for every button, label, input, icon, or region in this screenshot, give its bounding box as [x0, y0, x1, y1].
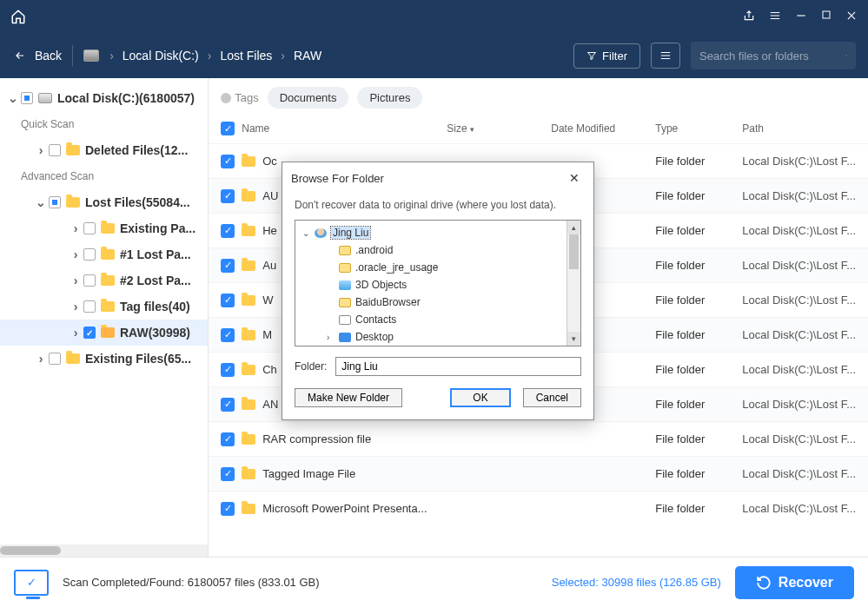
row-path: Local Disk(C:)\Lost F... [742, 432, 856, 445]
tag-documents[interactable]: Documents [268, 87, 349, 109]
search-box[interactable] [691, 42, 856, 69]
select-all-checkbox[interactable] [221, 122, 235, 135]
col-type[interactable]: Type [655, 122, 742, 135]
recover-button[interactable]: Recover [735, 566, 854, 599]
advanced-scan-group: Advanced Scan [0, 163, 208, 189]
folder-icon [101, 327, 115, 338]
dialog-title: Browse For Folder [291, 172, 384, 185]
home-icon[interactable] [10, 9, 26, 24]
dialog-tree-item[interactable]: ⌄Jing Liu [295, 224, 580, 241]
tree-item-lost1[interactable]: ›#1 Lost Pa... [0, 241, 208, 267]
root-checkbox[interactable] [21, 92, 33, 104]
row-type: File folder [655, 328, 742, 341]
cancel-button[interactable]: Cancel [523, 388, 581, 407]
row-path: Local Disk(C:)\Lost F... [742, 224, 856, 237]
row-checkbox[interactable] [221, 189, 235, 203]
make-new-folder-button[interactable]: Make New Folder [295, 388, 402, 407]
crumb-lost[interactable]: Lost Files [220, 49, 272, 63]
crumb-root[interactable]: Local Disk(C:) [123, 49, 199, 63]
row-name: He [262, 224, 277, 237]
filter-button[interactable]: Filter [573, 43, 640, 69]
tree-item-existing[interactable]: ›Existing Files(65... [0, 346, 208, 372]
menu-icon[interactable] [769, 10, 781, 24]
dialog-close-icon[interactable]: ✕ [564, 169, 585, 187]
col-date[interactable]: Date Modified [551, 122, 655, 135]
back-button[interactable]: Back [12, 49, 62, 63]
row-path: Local Disk(C:)\Lost F... [742, 189, 856, 202]
row-checkbox[interactable] [221, 259, 235, 273]
folder-input[interactable] [335, 357, 581, 376]
window-controls [743, 10, 858, 24]
browse-folder-dialog: Browse For Folder ✕ Don't recover data t… [282, 162, 594, 420]
folder-icon [242, 434, 255, 445]
tree-root[interactable]: ⌄Local Disk(C:)(6180057) [0, 85, 208, 111]
dialog-tree-item[interactable]: .android [295, 241, 580, 259]
folder-icon [339, 298, 351, 307]
dialog-tree-item[interactable]: ›Desktop [295, 328, 580, 346]
dialog-folder-tree[interactable]: ⌄Jing Liu.android.oracle_jre_usage3D Obj… [295, 220, 581, 346]
dialog-tree-item[interactable]: 3D Objects [295, 276, 580, 294]
folder-icon [66, 197, 80, 208]
tags-label: Tags [221, 91, 258, 104]
folder-icon [101, 275, 115, 286]
statusbar: ✓ Scan Completed/Found: 6180057 files (8… [0, 557, 868, 607]
row-name: Tagged Image File [262, 467, 355, 480]
row-type: File folder [655, 398, 742, 411]
row-checkbox[interactable] [221, 432, 235, 446]
ok-button[interactable]: OK [450, 388, 510, 407]
row-checkbox[interactable] [221, 398, 235, 412]
dialog-tree-item[interactable]: Contacts [295, 311, 580, 328]
tree-item-existing-pa[interactable]: ›Existing Pa... [0, 215, 208, 241]
minimize-icon[interactable] [795, 10, 807, 24]
contacts-icon [339, 315, 351, 325]
tree-item-lost[interactable]: ⌄Lost Files(55084... [0, 189, 208, 215]
row-checkbox[interactable] [221, 294, 235, 307]
search-icon[interactable] [845, 49, 847, 63]
table-row[interactable]: Microsoft PowerPoint Presenta... File fo… [209, 491, 868, 525]
row-type: File folder [655, 189, 742, 202]
row-path: Local Disk(C:)\Lost F... [742, 502, 856, 515]
drive-icon [83, 49, 99, 62]
maximize-icon[interactable] [821, 10, 832, 24]
sidebar-hscrollbar[interactable] [0, 544, 208, 557]
crumb-raw[interactable]: RAW [294, 49, 321, 63]
filter-label: Filter [602, 49, 627, 63]
dialog-tree-item[interactable]: .oracle_jre_usage [295, 259, 580, 276]
col-path[interactable]: Path [742, 122, 856, 135]
folder-icon [242, 226, 255, 236]
row-checkbox[interactable] [221, 224, 235, 238]
folder-icon [66, 353, 80, 364]
tree-item-raw[interactable]: ›RAW(30998) [0, 320, 208, 346]
svg-rect-0 [823, 11, 830, 18]
folder-icon [339, 263, 351, 273]
navbar: Back ›Local Disk(C:) ›Lost Files ›RAW Fi… [0, 33, 868, 78]
col-name[interactable]: Name [242, 122, 447, 135]
tree-item-deleted[interactable]: ›Deleted Files(12... [0, 137, 208, 163]
table-row[interactable]: RAR compression file File folder Local D… [209, 421, 868, 456]
folder-icon [242, 295, 255, 306]
close-icon[interactable] [845, 10, 858, 24]
dialog-warning: Don't recover data to original drive (wh… [295, 199, 581, 211]
quick-scan-group: Quick Scan [0, 111, 208, 137]
tag-pictures[interactable]: Pictures [357, 87, 422, 109]
tree-item-tagfiles[interactable]: ›Tag files(40) [0, 294, 208, 320]
view-list-button[interactable] [651, 43, 680, 69]
row-checkbox[interactable] [221, 363, 235, 377]
folder-icon [242, 399, 255, 410]
dialog-tree-item[interactable]: BaiduBrowser [295, 294, 580, 311]
row-checkbox[interactable] [221, 328, 235, 342]
search-input[interactable] [699, 49, 845, 63]
breadcrumb[interactable]: ›Local Disk(C:) ›Lost Files ›RAW [109, 49, 321, 63]
row-checkbox[interactable] [221, 502, 235, 516]
col-size[interactable]: Size▾ [447, 122, 551, 135]
row-checkbox[interactable] [221, 467, 235, 481]
row-name: RAR compression file [262, 432, 371, 445]
dialog-scrollbar[interactable]: ▴▾ [567, 221, 580, 346]
row-name: AN [262, 398, 278, 411]
row-checkbox[interactable] [221, 155, 235, 168]
share-icon[interactable] [743, 10, 755, 24]
user-icon [315, 228, 327, 238]
tree-item-lost2[interactable]: ›#2 Lost Pa... [0, 267, 208, 294]
folder-icon [242, 365, 255, 375]
table-row[interactable]: Tagged Image File File folder Local Disk… [209, 456, 868, 491]
